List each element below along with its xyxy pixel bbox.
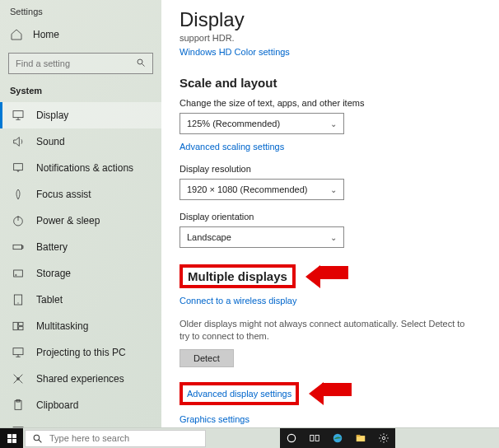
svg-rect-8 — [13, 245, 22, 249]
highlight-advanced-display: Advanced display settings — [180, 382, 299, 405]
search-icon — [32, 433, 43, 444]
sidebar-item-multitasking[interactable]: Multitasking — [0, 313, 161, 339]
scale-label: Change the size of text, apps, and other… — [180, 98, 481, 108]
shared-experiences-icon — [12, 372, 25, 385]
svg-point-0 — [138, 59, 142, 64]
resolution-label: Display resolution — [180, 164, 481, 174]
svg-rect-10 — [14, 270, 23, 277]
sidebar-item-label: Power & sleep — [36, 215, 100, 226]
svg-rect-15 — [19, 322, 23, 325]
svg-rect-32 — [315, 436, 319, 441]
content-pane: Display support HDR. Windows HD Color se… — [161, 0, 499, 427]
sidebar-item-battery[interactable]: Battery — [0, 234, 161, 260]
settings-sidebar: Settings Home System DisplaySoundNotific… — [0, 0, 161, 427]
sidebar-item-notifications-actions[interactable]: Notifications & actions — [0, 155, 161, 181]
search-input[interactable] — [16, 58, 131, 68]
sidebar-item-label: Display — [36, 110, 68, 121]
page-title: Display — [180, 8, 481, 31]
chevron-down-icon: ⌄ — [330, 119, 337, 128]
sidebar-item-label: Battery — [36, 241, 68, 253]
chevron-down-icon: ⌄ — [330, 233, 337, 242]
svg-rect-27 — [12, 439, 16, 443]
svg-point-30 — [287, 434, 295, 441]
detect-button[interactable]: Detect — [180, 349, 234, 367]
sound-icon — [12, 135, 25, 148]
svg-rect-24 — [7, 434, 12, 438]
cortana-icon[interactable] — [280, 428, 303, 449]
home-nav[interactable]: Home — [0, 21, 161, 48]
task-view-icon[interactable] — [303, 428, 326, 449]
tablet-icon — [12, 293, 25, 306]
sidebar-item-focus-assist[interactable]: Focus assist — [0, 181, 161, 208]
sidebar-item-label: Focus assist — [36, 189, 91, 200]
svg-rect-31 — [310, 436, 314, 441]
taskbar-tray — [280, 428, 395, 449]
multitasking-icon — [12, 320, 25, 333]
svg-line-1 — [142, 63, 145, 66]
display-icon — [12, 109, 25, 122]
notifications-actions-icon — [12, 161, 25, 175]
advanced-display-link[interactable]: Advanced display settings — [187, 389, 291, 399]
older-displays-hint: Older displays might not always connect … — [180, 318, 476, 343]
battery-icon — [12, 240, 25, 254]
orientation-label: Display orientation — [180, 212, 481, 222]
sidebar-item-sound[interactable]: Sound — [0, 128, 161, 155]
sidebar-item-power-sleep[interactable]: Power & sleep — [0, 208, 161, 234]
explorer-icon[interactable] — [349, 428, 372, 449]
sidebar-item-label: Multitasking — [36, 320, 88, 332]
orientation-value: Landscape — [187, 232, 231, 242]
resolution-value: 1920 × 1080 (Recommended) — [187, 184, 307, 194]
home-label: Home — [33, 29, 59, 40]
chevron-down-icon: ⌄ — [330, 185, 337, 194]
resolution-select[interactable]: 1920 × 1080 (Recommended) ⌄ — [180, 179, 344, 200]
svg-rect-25 — [12, 434, 16, 438]
annotation-arrow — [309, 382, 352, 405]
start-button[interactable] — [0, 428, 23, 449]
wireless-display-link[interactable]: Connect to a wireless display — [180, 296, 296, 306]
sidebar-item-display[interactable]: Display — [0, 102, 161, 128]
sidebar-item-tablet[interactable]: Tablet — [0, 287, 161, 313]
projecting-to-this-pc-icon — [12, 346, 25, 359]
highlight-multiple-displays: Multiple displays — [180, 264, 296, 288]
app-title: Settings — [0, 3, 161, 21]
section-label: System — [0, 82, 161, 102]
sidebar-item-label: Projecting to this PC — [36, 347, 126, 358]
graphics-settings-link[interactable]: Graphics settings — [180, 414, 250, 424]
svg-rect-17 — [13, 348, 23, 355]
scale-select[interactable]: 125% (Recommended) ⌄ — [180, 113, 344, 134]
sidebar-item-label: Clipboard — [36, 399, 78, 411]
svg-line-29 — [39, 440, 41, 442]
svg-rect-35 — [357, 435, 361, 436]
svg-rect-2 — [13, 111, 23, 118]
sidebar-item-storage[interactable]: Storage — [0, 260, 161, 287]
sidebar-item-label: Tablet — [36, 294, 63, 306]
power-sleep-icon — [12, 214, 25, 227]
hdr-color-link[interactable]: Windows HD Color settings — [180, 47, 290, 57]
sidebar-item-shared-experiences[interactable]: Shared experiences — [0, 366, 161, 392]
scale-heading: Scale and layout — [180, 76, 481, 90]
taskbar-search-input[interactable] — [49, 433, 189, 443]
sidebar-item-label: Sound — [36, 136, 65, 147]
orientation-select[interactable]: Landscape ⌄ — [180, 226, 344, 248]
storage-icon — [12, 267, 25, 280]
svg-rect-9 — [22, 246, 23, 249]
focus-assist-icon — [12, 188, 25, 201]
sidebar-item-clipboard[interactable]: Clipboard — [0, 392, 161, 418]
sidebar-search[interactable] — [8, 53, 153, 74]
advanced-scaling-link[interactable]: Advanced scaling settings — [180, 142, 284, 152]
sidebar-item-label: Storage — [36, 268, 71, 279]
svg-point-36 — [382, 436, 385, 440]
svg-rect-16 — [19, 327, 23, 330]
taskbar-search[interactable] — [25, 430, 206, 447]
hdr-subtext: support HDR. — [180, 33, 481, 43]
svg-rect-5 — [14, 164, 23, 170]
svg-rect-26 — [7, 439, 12, 443]
multiple-displays-heading: Multiple displays — [188, 269, 287, 283]
sidebar-item-label: Notifications & actions — [36, 162, 133, 174]
taskbar — [0, 427, 499, 448]
sidebar-item-projecting-to-this-pc[interactable]: Projecting to this PC — [0, 339, 161, 366]
svg-point-28 — [34, 435, 40, 441]
settings-taskbar-icon[interactable] — [372, 428, 395, 449]
scale-value: 125% (Recommended) — [187, 119, 280, 128]
edge-icon[interactable] — [326, 428, 349, 449]
